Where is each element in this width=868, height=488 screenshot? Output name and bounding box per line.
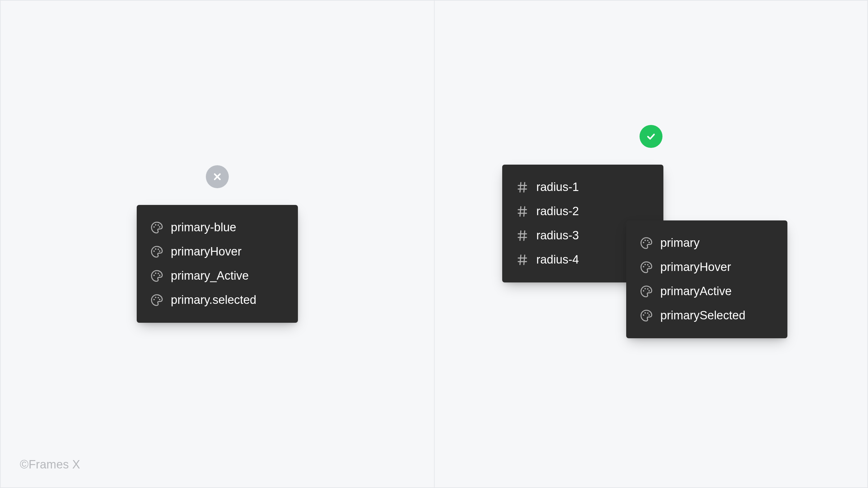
token-label: primary.selected bbox=[171, 294, 256, 307]
token-label: primaryHover bbox=[660, 261, 731, 274]
palette-icon bbox=[639, 284, 653, 299]
list-item: primary bbox=[639, 231, 769, 255]
token-label: primaryHover bbox=[171, 245, 242, 258]
token-label: radius-3 bbox=[536, 229, 579, 242]
list-item: radius-1 bbox=[515, 175, 632, 200]
token-label: primarySelected bbox=[660, 309, 746, 322]
token-label: primary_Active bbox=[171, 269, 249, 282]
hash-icon bbox=[515, 228, 529, 243]
token-label: radius-2 bbox=[536, 205, 579, 218]
token-label: radius-4 bbox=[536, 253, 579, 266]
palette-icon bbox=[150, 220, 164, 235]
comparison-diagram: primary-blue primaryHover primary_Active… bbox=[0, 0, 868, 488]
credit-caption: ©Frames X bbox=[20, 458, 80, 471]
list-item: radius-2 bbox=[515, 200, 632, 223]
hash-icon bbox=[515, 180, 529, 194]
correct-token-list-stack: radius-1 radius-2 radius-3 radius-4 bbox=[502, 164, 800, 363]
palette-icon bbox=[150, 269, 164, 283]
token-label: primaryActive bbox=[660, 285, 732, 298]
hash-icon bbox=[515, 204, 529, 219]
wrong-token-list-panel: primary-blue primaryHover primary_Active… bbox=[137, 205, 298, 323]
palette-icon bbox=[639, 236, 653, 250]
token-label: primary-blue bbox=[171, 221, 236, 234]
list-item: primary_Active bbox=[150, 264, 279, 288]
list-item: primaryActive bbox=[639, 279, 769, 304]
check-icon bbox=[646, 131, 656, 142]
token-label: radius-1 bbox=[536, 181, 579, 194]
list-item: primaryHover bbox=[639, 255, 769, 279]
palette-icon bbox=[150, 245, 164, 259]
hash-icon bbox=[515, 253, 529, 267]
list-item: radius-4 bbox=[515, 248, 632, 272]
close-icon bbox=[212, 172, 223, 182]
list-item: primaryHover bbox=[150, 240, 279, 264]
wrong-example-panel: primary-blue primaryHover primary_Active… bbox=[1, 1, 434, 487]
color-token-list-panel: primary primaryHover primaryActive prima… bbox=[626, 220, 787, 338]
list-item: primary-blue bbox=[150, 215, 279, 240]
palette-icon bbox=[639, 260, 653, 274]
list-item: primarySelected bbox=[639, 304, 769, 328]
correct-example-panel: radius-1 radius-2 radius-3 radius-4 bbox=[434, 1, 867, 487]
list-item: radius-3 bbox=[515, 223, 632, 248]
palette-icon bbox=[150, 293, 164, 307]
token-label: primary bbox=[660, 237, 700, 250]
palette-icon bbox=[639, 308, 653, 323]
list-item: primary.selected bbox=[150, 288, 279, 312]
wrong-badge bbox=[206, 165, 229, 188]
correct-badge bbox=[640, 125, 662, 148]
